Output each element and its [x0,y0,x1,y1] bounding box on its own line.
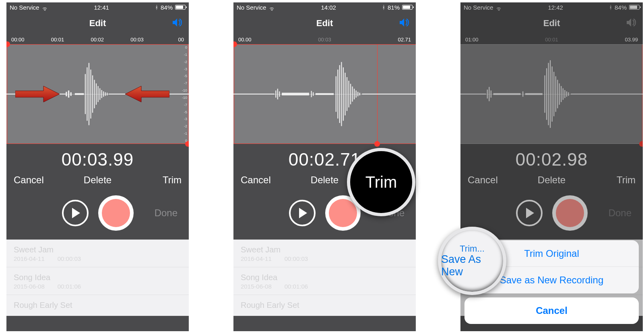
svg-rect-15 [103,91,104,96]
clock-text: 14:02 [321,4,336,11]
svg-rect-36 [352,86,353,102]
page-title: Edit [89,18,106,29]
svg-rect-3 [70,92,72,96]
svg-rect-30 [341,62,342,126]
speaker-icon[interactable] [172,18,183,29]
list-item[interactable]: Sweet Jam 2016-04-1100:00:03 [6,240,189,267]
battery-pct: 81% [388,4,400,11]
svg-rect-21 [277,89,278,100]
battery-icon [402,5,413,10]
svg-rect-20 [275,90,276,98]
timeline-ruler: 00:00 00:01 00:02 00:03 00 [6,35,189,44]
cancel-button[interactable]: Cancel [241,174,297,186]
delete-button[interactable]: Delete [297,174,353,186]
svg-rect-1 [66,92,67,96]
list-item[interactable]: Song Idea2015-06-0800:01:06 [233,267,416,295]
magnifier-trim: Trim [347,148,415,216]
wifi-icon [268,5,275,10]
svg-rect-7 [89,63,89,125]
waveform [233,49,416,138]
carrier-text: No Service [10,4,39,11]
record-button[interactable] [98,195,134,231]
nav-bar: Edit [233,12,416,35]
svg-rect-26 [316,93,334,95]
svg-rect-24 [311,91,312,97]
svg-rect-8 [90,70,91,119]
list-item[interactable]: Sweet Jam2016-04-1100:00:03 [233,240,416,267]
nav-bar: Edit [6,12,189,35]
svg-rect-33 [347,77,347,111]
list-item[interactable]: Song Idea 2015-06-0800:01:06 [6,267,189,295]
svg-rect-16 [105,92,106,96]
svg-rect-12 [98,86,99,102]
recordings-list: Sweet Jam2016-04-1100:00:03 Song Idea201… [233,240,416,316]
svg-rect-37 [354,89,355,100]
svg-rect-27 [336,76,336,112]
svg-rect-38 [356,90,357,98]
svg-rect-13 [99,88,100,100]
arrow-left-icon [125,85,169,103]
timeline-ruler: 00.00 00:03 02.71 [233,35,416,44]
svg-rect-23 [282,93,309,96]
svg-rect-14 [101,90,102,98]
play-button[interactable] [62,200,89,226]
svg-rect-17 [107,93,107,96]
play-button[interactable] [289,200,316,226]
waveform-area[interactable]: 0-1-2-3-5-7-10-10-7-5-3-2-10 [6,44,189,144]
svg-rect-35 [350,84,351,105]
battery-icon [175,5,186,10]
svg-rect-34 [348,81,349,107]
svg-rect-4 [75,93,84,95]
cancel-button[interactable]: Cancel [14,174,70,186]
svg-rect-9 [92,76,93,113]
sheet-cancel-button[interactable]: Cancel [464,297,639,324]
svg-rect-39 [357,92,358,96]
delete-button[interactable]: Delete [70,174,126,186]
time-display: 00:03.99 [6,144,189,172]
status-bar: No Service 12:41 ᚼ 84% [6,2,189,12]
done-button[interactable]: Done [155,207,178,219]
svg-rect-22 [279,91,280,96]
status-bar: No Service 14:02 ᚼ81% [233,2,416,12]
svg-rect-41 [362,94,416,94]
list-item[interactable]: Rough Early Set [6,295,189,316]
trim-button[interactable]: Trim [126,174,182,186]
waveform-area[interactable] [233,44,416,144]
svg-rect-40 [359,93,360,96]
magnifier-save-as-new: Trim... Save As New [438,227,506,295]
svg-rect-31 [343,68,344,121]
wifi-icon [41,5,48,10]
recordings-list: Sweet Jam 2016-04-1100:00:03 Song Idea 2… [6,240,189,316]
edit-actions-row: Cancel Delete Trim [6,172,189,191]
svg-rect-32 [345,73,345,115]
playback-controls: Done [6,191,189,240]
speaker-icon[interactable] [399,18,410,29]
svg-rect-6 [87,68,87,121]
arrow-right-icon [15,85,60,103]
svg-rect-28 [337,70,338,119]
svg-rect-19 [233,94,275,94]
bluetooth-icon: ᚼ [155,4,158,10]
screen-1: No Service 12:41 ᚼ 84% Edit 00:00 00:01 … [6,2,189,331]
clock-text: 12:41 [94,4,109,11]
list-item[interactable]: Rough Early Set [233,295,416,316]
page-title: Edit [316,18,333,29]
svg-rect-25 [313,92,314,96]
svg-rect-2 [68,90,69,98]
db-scale: 0-1-2-3-5-7-10-10-7-5-3-2-10 [176,45,187,143]
svg-rect-11 [96,83,97,105]
svg-rect-5 [85,74,86,114]
carrier-text: No Service [237,4,266,11]
battery-pct: 84% [161,4,173,11]
svg-rect-29 [339,65,340,123]
svg-rect-10 [94,80,95,109]
bluetooth-icon: ᚼ [382,4,385,10]
